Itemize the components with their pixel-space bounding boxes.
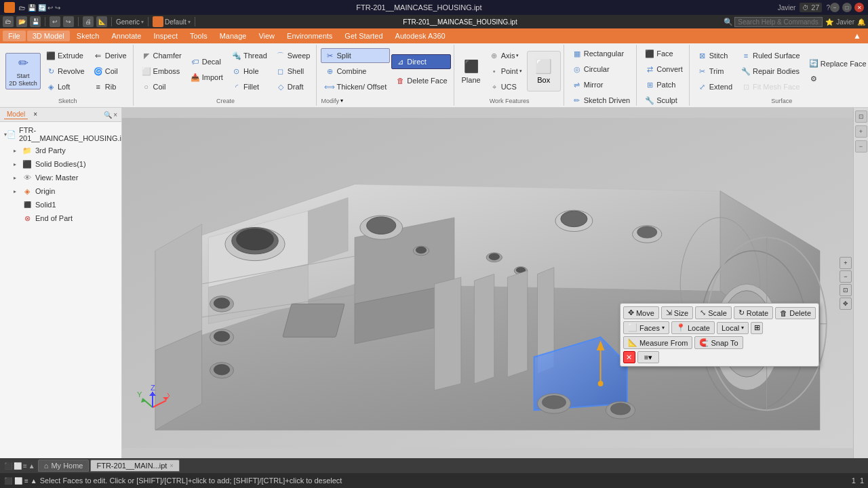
shell-button[interactable]: ◻ Shell: [272, 64, 314, 79]
scale-button[interactable]: ⤡ Scale: [695, 306, 732, 319]
context-extra-button[interactable]: ⊞: [751, 322, 763, 334]
draft-button[interactable]: ◇ Draft: [272, 79, 314, 94]
combine-button[interactable]: ⊕ Combine: [321, 64, 390, 79]
rib-button[interactable]: ≡ Rib: [90, 79, 130, 94]
locate-button[interactable]: 📍 Locate: [671, 321, 715, 334]
patch-button[interactable]: ⊞ Patch: [641, 77, 686, 92]
right-btn-2[interactable]: +: [855, 125, 867, 138]
coil-button[interactable]: 🌀 Coil: [90, 64, 130, 79]
mirror-button[interactable]: ⇌ Mirror: [568, 77, 633, 92]
menu-view[interactable]: View: [253, 30, 280, 41]
repair-bodies-button[interactable]: 🔧 Repair Bodies: [737, 64, 804, 79]
revolve-button[interactable]: ↻ Revolve: [42, 64, 88, 79]
size-button[interactable]: ⇲ Size: [661, 306, 693, 319]
tree-item-file[interactable]: ▾ 📄 FTR-201__MAINCASE_HOUSING.ipt: [0, 125, 121, 144]
status-icon-3[interactable]: ≡: [24, 477, 28, 485]
extrude-button[interactable]: ⬛ Extrude: [42, 48, 88, 63]
menu-file[interactable]: File: [3, 30, 26, 41]
viewport[interactable]: X Y Z ✥ Move ⇲ Size ⤡: [122, 108, 853, 458]
import-button[interactable]: 📥 Import: [186, 70, 226, 85]
move-button[interactable]: ✥ Move: [623, 306, 659, 319]
right-btn-1[interactable]: ⊡: [855, 110, 867, 123]
zoom-in-button[interactable]: +: [840, 257, 852, 269]
menu-autodesk-a360[interactable]: Autodesk A360: [390, 30, 451, 41]
menu-inspect[interactable]: Inspect: [149, 30, 183, 41]
fit-view-button[interactable]: ⊡: [840, 284, 852, 296]
render-selector[interactable]: Default ▾: [153, 16, 191, 27]
menu-environments[interactable]: Environments: [281, 30, 338, 41]
file-tab[interactable]: FTR-201__MAIN...ipt ×: [90, 460, 179, 472]
thread-button[interactable]: 🔩 Thread: [228, 48, 271, 63]
new-file-icon[interactable]: 🗁: [3, 16, 14, 27]
extend-button[interactable]: ⤢ Extend: [694, 79, 736, 94]
coil-btn2[interactable]: ○ Coil: [138, 79, 185, 94]
chamfer-button[interactable]: ◤ Chamfer: [138, 48, 185, 63]
point-button[interactable]: • Point ▾: [486, 64, 526, 79]
sidebar-close-button[interactable]: ×: [113, 111, 117, 119]
rectangular-button[interactable]: ▦ Rectangular: [568, 46, 633, 61]
sidebar-close-tab[interactable]: ×: [31, 110, 40, 119]
ucs-button[interactable]: ⌖ UCS: [486, 79, 526, 94]
status-icon-2[interactable]: ⬜: [14, 477, 22, 485]
axis-button[interactable]: ⊕ Axis ▾: [486, 48, 526, 63]
delete-face-button[interactable]: 🗑 Delete Face: [391, 73, 450, 88]
trim-button[interactable]: ✂ Trim: [694, 64, 736, 79]
menu-annotate[interactable]: Annotate: [106, 30, 146, 41]
right-btn-3[interactable]: −: [855, 140, 867, 152]
menu-tools[interactable]: Tools: [184, 30, 213, 41]
direct-button[interactable]: ⊿ Direct: [391, 54, 450, 69]
print-icon[interactable]: 🖨: [83, 16, 94, 27]
convert-button[interactable]: ⇄ Convert: [641, 62, 686, 77]
sculpt-button[interactable]: 🔧 Sculpt: [641, 93, 686, 107]
sweep-button[interactable]: ⌒ Sweep: [272, 48, 314, 63]
plane-button[interactable]: ⬛ Plane: [458, 56, 484, 86]
box-button[interactable]: ⬜ Box: [527, 51, 561, 92]
model-tab[interactable]: Model: [4, 110, 28, 119]
restore-button[interactable]: □: [842, 3, 852, 12]
view-style-selector[interactable]: Generic ▾: [116, 18, 144, 26]
hole-button[interactable]: ⊙ Hole: [228, 64, 271, 79]
stitch-button[interactable]: ⊠ Stitch: [694, 48, 736, 63]
menu-get-started[interactable]: Get Started: [339, 30, 388, 41]
ribbon-collapse[interactable]: ▲: [853, 31, 865, 41]
open-file-icon[interactable]: 📂: [16, 16, 27, 27]
menu-manage[interactable]: Manage: [214, 30, 252, 41]
cancel-context-button[interactable]: ✕: [623, 351, 635, 363]
tree-item-end-of-part[interactable]: ⊗ End of Part: [0, 211, 121, 225]
loft-button[interactable]: ◈ Loft: [42, 79, 88, 94]
ruled-surface-button[interactable]: ≡ Ruled Surface: [737, 48, 804, 63]
status-icon-1[interactable]: ⬛: [4, 477, 12, 485]
tree-item-solid-bodies[interactable]: ▸ ⬛ Solid Bodies(1): [0, 157, 121, 171]
file-tab-close-button[interactable]: ×: [170, 462, 173, 469]
face-button[interactable]: ⬛ Face: [641, 46, 686, 61]
close-button[interactable]: ✕: [854, 3, 864, 12]
context-menu-button[interactable]: ≡▾: [637, 351, 659, 363]
local-dropdown-button[interactable]: Local ▾: [717, 322, 749, 334]
menu-sketch[interactable]: Sketch: [71, 30, 105, 41]
rotate-button[interactable]: ↻ Rotate: [734, 306, 773, 319]
sketch-driven-button[interactable]: ✏ Sketch Driven: [568, 93, 633, 107]
circular-button[interactable]: ◎ Circular: [568, 62, 633, 77]
measure-icon[interactable]: 📐: [96, 16, 107, 27]
search-area[interactable]: 🔍: [724, 17, 823, 27]
pan-button[interactable]: ✥: [840, 298, 852, 310]
modify-dropdown-icon[interactable]: ▾: [340, 98, 343, 104]
emboss-button[interactable]: ⬜ Emboss: [138, 64, 185, 79]
menu-3d-model[interactable]: 3D Model: [27, 30, 70, 41]
thicken-offset-button[interactable]: ⟺ Thicken/ Offset: [321, 79, 390, 94]
zoom-out-button[interactable]: −: [840, 270, 852, 283]
tree-item-solid1[interactable]: ⬛ Solid1: [0, 198, 121, 211]
faces-dropdown-button[interactable]: ⬜ Faces ▾: [623, 321, 669, 334]
tree-item-view-master[interactable]: ▸ 👁 View: Master: [0, 171, 121, 184]
split-button[interactable]: ✂ Split: [321, 48, 390, 63]
tree-item-3rd-party[interactable]: ▸ 📁 3rd Party: [0, 144, 121, 157]
minimize-button[interactable]: −: [830, 3, 840, 12]
replace-face-button[interactable]: 🔄 Replace Face: [805, 56, 868, 71]
derive-button[interactable]: ⇐ Derive: [90, 48, 130, 63]
start-sketch-button[interactable]: ✏ Start2D Sketch: [5, 53, 41, 89]
delete-button[interactable]: 🗑 Delete: [775, 307, 816, 319]
tab-icons[interactable]: ⬛ ⬜ ≡ ▲: [3, 462, 37, 470]
search-input[interactable]: [734, 17, 823, 27]
status-icon-4[interactable]: ▲: [31, 477, 37, 485]
fillet-button[interactable]: ◜ Fillet: [228, 79, 271, 94]
